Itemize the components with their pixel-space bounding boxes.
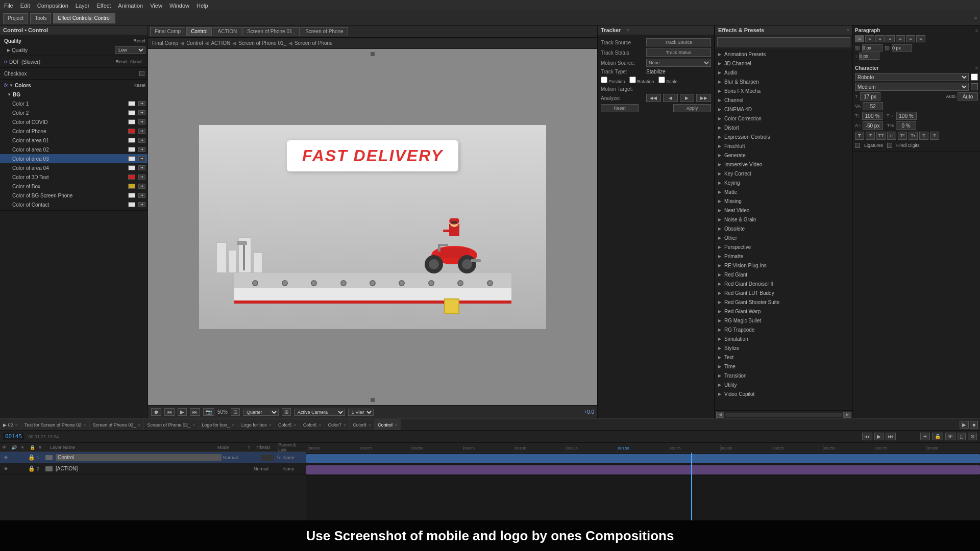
ep-color-correction[interactable]: ▶ Color Correction xyxy=(715,114,852,123)
color-box-row[interactable]: Color of Box ➔ xyxy=(0,182,148,191)
color-area02-arrow[interactable]: ➔ xyxy=(138,147,145,152)
ep-primatte[interactable]: ▶ Primatte xyxy=(715,252,852,261)
tl-tab-02-close[interactable]: × xyxy=(15,422,18,428)
tracker-rotation-label[interactable]: Rotation xyxy=(629,77,654,84)
ep-missing[interactable]: ▶ Missing xyxy=(715,196,852,206)
tracker-track-status-btn[interactable]: Track Status xyxy=(646,48,711,57)
tl-lock-btn[interactable]: 🔒 xyxy=(932,433,943,440)
ep-blur-sharpen[interactable]: ▶ Blur & Sharpen xyxy=(715,77,852,86)
tl-invert-btn[interactable]: ⊘ xyxy=(968,433,977,440)
ep-boris-fx[interactable]: ▶ Boris FX Mocha xyxy=(715,86,852,95)
color-area02-swatch[interactable] xyxy=(128,147,135,152)
char-baseline-input[interactable] xyxy=(863,121,883,130)
camera-select[interactable]: Active Camera xyxy=(294,409,345,416)
color-area04-row[interactable]: Color of area 04 ➔ xyxy=(0,163,148,172)
layer1-lock[interactable]: 🔒 xyxy=(28,454,35,461)
tl-tab-logoforbox2[interactable]: Logo for box × xyxy=(238,419,275,431)
playhead[interactable] xyxy=(691,453,692,520)
para-justify-center[interactable]: ≡ xyxy=(896,35,905,42)
tl-tab-screenphone02a[interactable]: Screen of Phone 02_ × xyxy=(90,419,144,431)
ep-time[interactable]: ▶ Time xyxy=(715,362,852,371)
color2-arrow[interactable]: ➔ xyxy=(138,110,145,115)
zoom-fit-btn[interactable]: ⊡ xyxy=(231,408,240,416)
layer1-eye[interactable]: 👁 xyxy=(2,455,9,460)
ep-distort[interactable]: ▶ Distort xyxy=(715,123,852,132)
tl-tab-control[interactable]: Control × xyxy=(375,419,401,431)
tl-tab-screenphone02a-close[interactable]: × xyxy=(138,422,140,428)
colors-collapse[interactable]: ▼ xyxy=(9,83,13,88)
char-tracking-input[interactable] xyxy=(958,92,978,101)
para-indent-right[interactable] xyxy=(892,44,912,52)
quality-value-row[interactable]: ▶ Quality Low Medium High xyxy=(0,45,148,55)
color-area03-row[interactable]: Color of area 03 ➔ xyxy=(0,154,148,163)
ep-transition[interactable]: ▶ Transition xyxy=(715,371,852,380)
ep-neat-video[interactable]: ▶ Neat Video xyxy=(715,206,852,215)
tl-tab-logoforbox[interactable]: Logo for box_ × xyxy=(199,419,238,431)
menu-file[interactable]: File xyxy=(4,3,13,9)
layer1-fx[interactable]: fx xyxy=(277,455,281,460)
color-phone-row[interactable]: Color of Phone ➔ xyxy=(0,127,148,136)
tl-tab-color7[interactable]: Color7 × xyxy=(325,419,350,431)
color-covid-swatch[interactable] xyxy=(128,119,135,124)
tl-tab-screenphone02b-close[interactable]: × xyxy=(192,422,195,428)
tl-tool-play[interactable]: ▶ xyxy=(874,433,884,440)
color-bgscreenphone-arrow[interactable]: ➔ xyxy=(138,193,145,198)
quality-row[interactable]: Quality Reset xyxy=(0,36,148,45)
dof-row[interactable]: fx DOF (Slower) Reset About... xyxy=(0,57,148,66)
char-font-size-input[interactable] xyxy=(860,92,880,101)
para-align-left[interactable]: ≡ xyxy=(855,35,864,42)
tracker-motion-source-select[interactable]: None xyxy=(646,59,711,67)
para-align-right[interactable]: ≡ xyxy=(875,35,885,42)
paragraph-menu[interactable]: ≡ xyxy=(975,28,978,33)
tl-tab-textscreenphone[interactable]: Text for Screen of Phone 02 × xyxy=(21,419,90,431)
tracker-analyze-prev-btn[interactable]: ◀ xyxy=(663,94,678,102)
ep-key-correct[interactable]: ▶ Key Correct xyxy=(715,169,852,178)
color1-arrow[interactable]: ➔ xyxy=(138,101,145,106)
effects-presets-menu[interactable]: ≡ xyxy=(847,28,849,33)
comp-tab-finalcomp[interactable]: Final Comp xyxy=(150,27,185,36)
style-btn-strikethrough[interactable]: T xyxy=(930,132,939,140)
ep-generate[interactable]: ▶ Generate xyxy=(715,151,852,160)
tl-tool-home[interactable]: ⏮ xyxy=(862,433,872,440)
color-area01-swatch[interactable] xyxy=(128,138,135,143)
tl-tab-logoforbox-close[interactable]: × xyxy=(232,422,234,428)
ep-red-giant[interactable]: ▶ Red Giant xyxy=(715,270,852,279)
para-indent-left[interactable] xyxy=(862,44,883,52)
toolbar-tab-tools[interactable]: Tools xyxy=(30,13,51,23)
char-font-family[interactable]: Roboto xyxy=(855,73,969,81)
style-btn-italic[interactable]: T xyxy=(866,132,875,140)
color-bgscreenphone-row[interactable]: Color of BG Screen Phone ➔ xyxy=(0,191,148,200)
layer-row-1[interactable]: 👁 🔒 1 Control Normal fx None xyxy=(0,452,306,463)
bg-collapse[interactable]: ▼ xyxy=(7,92,11,97)
tl-shy-btn[interactable]: 👁 xyxy=(945,433,955,440)
layer1-trkmatte[interactable] xyxy=(261,455,274,461)
preview-top-handle[interactable] xyxy=(371,52,375,56)
para-align-center[interactable]: ≡ xyxy=(865,35,874,42)
ep-audio[interactable]: ▶ Audio xyxy=(715,68,852,77)
color-box-arrow[interactable]: ➔ xyxy=(138,184,145,189)
ep-search-input[interactable] xyxy=(717,37,850,46)
color-phone-swatch[interactable] xyxy=(128,129,135,134)
color-area01-arrow[interactable]: ➔ xyxy=(138,138,145,143)
ep-frischluft[interactable]: ▶ Frischluft xyxy=(715,141,852,151)
color-covid-row[interactable]: Color of COVID ➔ xyxy=(0,117,148,127)
ep-immersive-video[interactable]: ▶ Immersive Video xyxy=(715,160,852,169)
ep-simulation[interactable]: ▶ Simulation xyxy=(715,334,852,343)
ep-keying[interactable]: ▶ Keying xyxy=(715,178,852,187)
tl-solo-btn[interactable]: ☀ xyxy=(920,433,930,440)
style-btn-caps[interactable]: TT xyxy=(876,132,886,140)
tl-tab-color7-close[interactable]: × xyxy=(344,422,346,428)
ep-stylize[interactable]: ▶ Stylize xyxy=(715,343,852,353)
color-3dtext-arrow[interactable]: ➔ xyxy=(138,174,145,180)
checkbox-control[interactable] xyxy=(139,71,144,76)
dof-about[interactable]: About... xyxy=(130,59,145,64)
para-justify-all[interactable]: ≡ xyxy=(916,35,925,42)
ep-matte[interactable]: ▶ Matte xyxy=(715,187,852,196)
menu-layer[interactable]: Layer xyxy=(76,3,90,9)
toolbar-tab-project[interactable]: Project xyxy=(3,13,28,23)
dof-reset[interactable]: Reset xyxy=(115,59,128,64)
tl-tab-color8[interactable]: Color8 × xyxy=(350,419,375,431)
tl-tab-color5[interactable]: Color5 × xyxy=(275,419,300,431)
toolbar-tab-effect-controls[interactable]: Effect Controls: Control xyxy=(53,13,115,23)
ep-utility[interactable]: ▶ Utility xyxy=(715,380,852,389)
